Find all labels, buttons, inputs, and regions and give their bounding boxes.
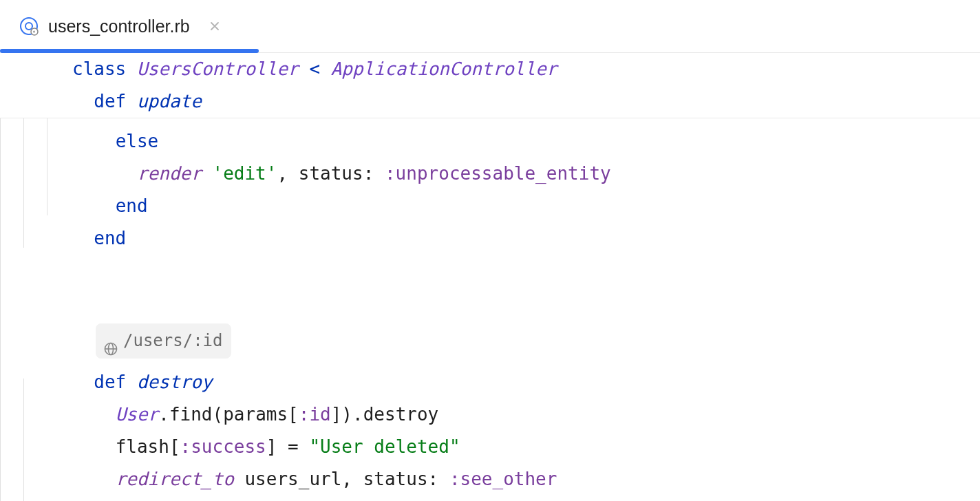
tab-bar: users_controller.rb xyxy=(0,0,980,53)
tab-filename: users_controller.rb xyxy=(48,17,190,36)
code-line: else xyxy=(72,125,980,158)
code-line: redirect_to users_url, status: :see_othe… xyxy=(72,463,980,495)
code-line: render 'edit', status: :unprocessable_en… xyxy=(72,158,980,190)
svg-point-1 xyxy=(25,23,32,30)
code-line: end xyxy=(72,190,980,222)
file-tab[interactable]: users_controller.rb xyxy=(0,0,239,52)
code-line xyxy=(72,287,980,319)
code-line: def destroy xyxy=(72,366,980,398)
code-line: flash[:success] = "User deleted" xyxy=(72,431,980,463)
sticky-line-class[interactable]: class UsersController < ApplicationContr… xyxy=(72,53,980,85)
code-editor[interactable]: else render 'edit', status: :unprocessab… xyxy=(0,118,980,501)
sticky-line-def[interactable]: def update xyxy=(72,85,980,118)
code-line: end xyxy=(72,222,980,255)
code-line xyxy=(72,255,980,287)
code-line: end xyxy=(72,495,980,502)
close-icon[interactable] xyxy=(209,21,220,32)
inlay-hint-route[interactable]: /users/:id xyxy=(72,319,980,366)
globe-icon xyxy=(104,334,118,348)
code-line: User.find(params[:id]).destroy xyxy=(72,398,980,431)
ruby-file-icon xyxy=(19,17,39,36)
sticky-scroll-header: class UsersController < ApplicationContr… xyxy=(0,53,980,118)
inlay-hint-text: /users/:id xyxy=(123,325,223,357)
